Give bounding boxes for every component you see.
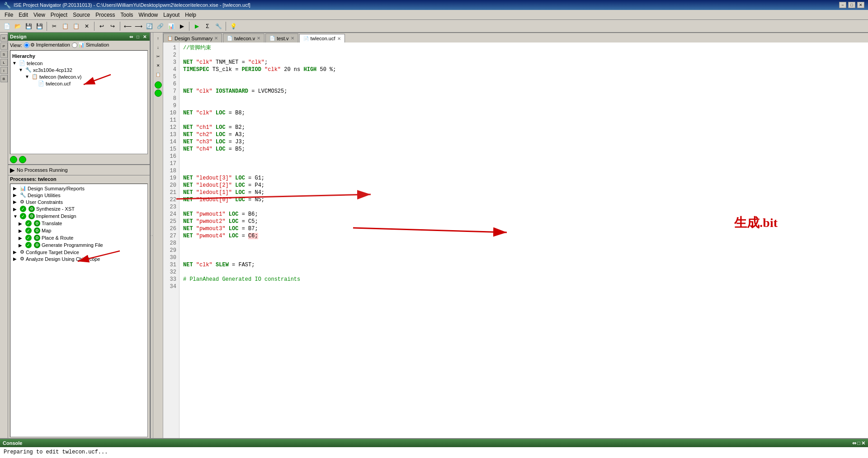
tb-new[interactable]: 📄 xyxy=(2,21,12,31)
proc-expander-synthesize[interactable]: ▶ xyxy=(13,207,19,212)
tb-btn2[interactable]: ⟶ xyxy=(133,21,143,31)
implementation-radio-label[interactable]: ⚙ Implementation xyxy=(24,42,70,48)
menu-layout[interactable]: Layout xyxy=(160,11,182,19)
simulation-radio[interactable] xyxy=(72,42,77,48)
tb-delete[interactable]: ✕ xyxy=(82,21,92,31)
editor-green-circle-2[interactable] xyxy=(155,90,162,97)
tree-expander-telecon[interactable]: ▼ xyxy=(12,61,18,66)
editor-side-btn-1[interactable]: ↑ xyxy=(154,34,162,42)
proc-expander-chipscope[interactable]: ▶ xyxy=(13,256,19,261)
proc-configure-target[interactable]: ▶ ⚙ Configure Target Device xyxy=(12,249,146,255)
design-min-btn[interactable]: □ xyxy=(135,34,141,39)
tb-run3[interactable]: 🔧 xyxy=(213,21,223,31)
code-view[interactable]: //管脚约束 NET "clk" TNM_NET = "clk"; TIMESP… xyxy=(179,42,868,438)
side-icon-6[interactable]: B xyxy=(0,75,8,82)
proc-design-summary[interactable]: ▶ 📊 Design Summary/Reports xyxy=(12,185,146,192)
proc-expander-translate[interactable]: ▶ xyxy=(19,221,24,226)
console-close-btn[interactable]: ✕ xyxy=(861,440,865,446)
editor-side-btn-4[interactable]: ✕ xyxy=(154,61,162,70)
console-float-btn[interactable]: ⇔ xyxy=(852,440,856,446)
menu-source[interactable]: Source xyxy=(70,11,93,19)
tb-paste[interactable]: 📋 xyxy=(71,21,81,31)
close-button[interactable]: ✕ xyxy=(857,2,864,8)
tb-btn3[interactable]: 🔄 xyxy=(144,21,154,31)
proc-expander-constraints[interactable]: ▶ xyxy=(13,199,19,204)
tb-undo[interactable]: ↩ xyxy=(97,21,107,31)
editor-side-btn-5[interactable]: 📋 xyxy=(154,71,162,79)
proc-analyze-chipscope[interactable]: ▶ ⚙ Analyze Design Using ChipScope xyxy=(12,255,146,262)
tree-expander-xc3s100e[interactable]: ▼ xyxy=(19,67,24,72)
proc-expander-map[interactable]: ▶ xyxy=(19,228,24,233)
tb-cut[interactable]: ✂ xyxy=(49,21,59,31)
menu-edit[interactable]: Edit xyxy=(16,11,31,19)
proc-design-utilities[interactable]: ▶ 🔧 Design Utilities xyxy=(12,192,146,198)
design-float-btn[interactable]: ⇔ xyxy=(128,34,134,39)
side-icon-3[interactable]: S xyxy=(0,51,8,58)
editor-green-circle[interactable] xyxy=(155,81,162,89)
proc-generate-programming[interactable]: ▶ ✓ ⚙ Generate Programming File xyxy=(12,241,146,249)
tb-btn4[interactable]: 🔗 xyxy=(155,21,165,31)
menu-process[interactable]: Process xyxy=(93,11,118,19)
proc-expander-configure[interactable]: ▶ xyxy=(13,250,19,255)
code-line-23 xyxy=(183,203,864,211)
tab-close-test-v[interactable]: ✕ xyxy=(291,36,294,41)
tb-run2[interactable]: Σ xyxy=(203,21,212,31)
tb-btn5[interactable]: 📊 xyxy=(166,21,176,31)
editor-side-btn-3[interactable]: ✂ xyxy=(154,52,162,61)
tree-item-telecon[interactable]: ▼ 📄 telecon xyxy=(12,60,146,66)
tb-btn6[interactable]: ▶ xyxy=(177,21,187,31)
proc-user-constraints[interactable]: ▶ ⚙ User Constraints xyxy=(12,198,146,205)
menu-view[interactable]: View xyxy=(31,11,48,19)
tb-run[interactable]: ▶ xyxy=(192,21,202,31)
tab-close-twlecon-ucf[interactable]: ✕ xyxy=(337,36,341,41)
menu-file[interactable]: File xyxy=(2,11,16,19)
tab-design-summary[interactable]: 📋 Design Summary ✕ xyxy=(163,33,222,42)
tb-help[interactable]: 💡 xyxy=(228,21,238,31)
proc-map[interactable]: ▶ ✓ ⚙ Map xyxy=(12,227,146,234)
tb-btn1[interactable]: ⟵ xyxy=(123,21,132,31)
processes-run-icon[interactable]: ▶ xyxy=(10,166,15,174)
proc-expander-utilities[interactable]: ▶ xyxy=(13,193,19,198)
side-icon-2[interactable]: P xyxy=(0,42,8,50)
minimize-button[interactable]: − xyxy=(839,2,846,8)
tab-twlecon-v[interactable]: 📄 twlecon.v ✕ xyxy=(223,33,264,42)
tree-expander-twlecon[interactable]: ▼ xyxy=(25,74,30,79)
proc-synthesize[interactable]: ▶ ✓ ⚙ Synthesize - XST xyxy=(12,205,146,212)
green-circle-1[interactable] xyxy=(10,156,17,163)
tb-redo[interactable]: ↪ xyxy=(108,21,118,31)
menu-project[interactable]: Project xyxy=(48,11,70,19)
code-line-17 xyxy=(183,160,864,167)
implementation-radio[interactable] xyxy=(24,42,29,48)
proc-place-route[interactable]: ▶ ✓ ⚙ Place & Route xyxy=(12,234,146,241)
menu-tools[interactable]: Tools xyxy=(118,11,136,19)
proc-expander-place-route[interactable]: ▶ xyxy=(19,236,24,241)
editor-side-btn-2[interactable]: ↓ xyxy=(154,43,162,52)
design-close-btn[interactable]: ✕ xyxy=(142,34,148,39)
tb-open[interactable]: 📂 xyxy=(13,21,23,31)
proc-implement-design[interactable]: ▼ ✓ ⚙ Implement Design xyxy=(12,212,146,220)
tree-item-xc3s100e[interactable]: ▼ 🔧 xc3s100e-4cp132 xyxy=(12,66,146,73)
tb-save[interactable]: 💾 xyxy=(24,21,33,31)
proc-expander-summary[interactable]: ▶ xyxy=(13,186,19,191)
tab-close-design-summary[interactable]: ✕ xyxy=(214,36,218,41)
tree-item-twlecon[interactable]: ▼ 📋 twlecon (twlecon.v) xyxy=(12,73,146,80)
proc-translate[interactable]: ▶ ✓ ⚙ Translate xyxy=(12,220,146,227)
menu-window[interactable]: Window xyxy=(136,11,161,19)
proc-expander-implement[interactable]: ▼ xyxy=(13,214,19,219)
proc-expander-generate[interactable]: ▶ xyxy=(19,243,24,248)
tab-close-twlecon-v[interactable]: ✕ xyxy=(257,36,260,41)
tb-copy[interactable]: 📋 xyxy=(60,21,70,31)
proc-status-implement: ✓ xyxy=(20,213,26,219)
green-circle-2[interactable] xyxy=(19,156,26,163)
side-icon-4[interactable]: L xyxy=(0,59,8,66)
maximize-button[interactable]: □ xyxy=(848,2,855,8)
tree-item-twlecon-ucf[interactable]: 📄 twlecon.ucf xyxy=(12,80,146,87)
side-icon-1[interactable]: H xyxy=(0,34,8,42)
console-min-btn[interactable]: □ xyxy=(857,440,860,446)
simulation-radio-label[interactable]: 📊 Simulation xyxy=(72,42,109,48)
menu-help[interactable]: Help xyxy=(182,11,199,19)
tab-twlecon-ucf[interactable]: 📄 twlecon.ucf ✕ xyxy=(299,34,345,42)
side-icon-5[interactable]: I xyxy=(0,67,8,74)
tab-test-v[interactable]: 📄 test.v ✕ xyxy=(265,33,298,42)
tb-save-all[interactable]: 💾 xyxy=(34,21,44,31)
